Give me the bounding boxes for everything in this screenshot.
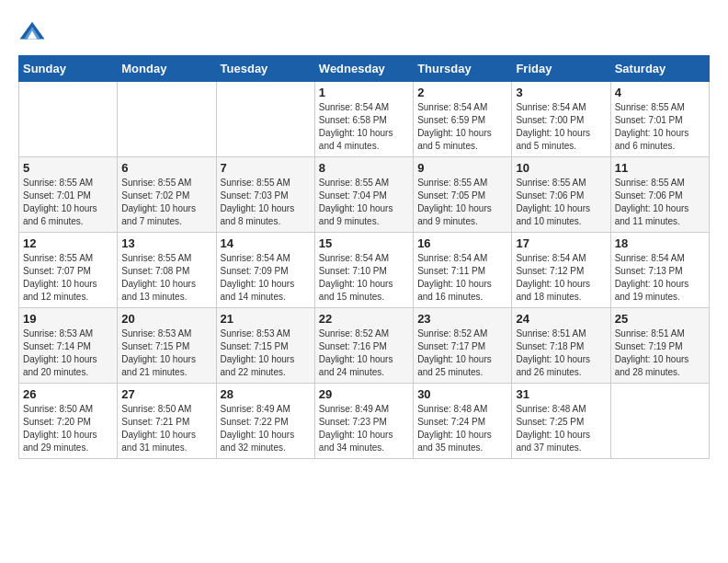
calendar-cell: 1Sunrise: 8:54 AM Sunset: 6:58 PM Daylig… [314,82,413,157]
day-info: Sunrise: 8:55 AM Sunset: 7:01 PM Dayligh… [23,177,113,228]
day-info: Sunrise: 8:55 AM Sunset: 7:08 PM Dayligh… [121,252,211,304]
calendar-week-5: 26Sunrise: 8:50 AM Sunset: 7:20 PM Dayli… [19,384,710,459]
logo [18,18,50,46]
calendar-cell: 6Sunrise: 8:55 AM Sunset: 7:02 PM Daylig… [118,157,216,233]
day-number: 26 [23,387,113,401]
day-info: Sunrise: 8:54 AM Sunset: 7:09 PM Dayligh… [221,252,311,304]
calendar-cell: 7Sunrise: 8:55 AM Sunset: 7:03 PM Daylig… [216,157,314,233]
day-info: Sunrise: 8:48 AM Sunset: 7:25 PM Dayligh… [516,403,606,454]
weekday-header-friday: Friday [512,56,610,82]
calendar-cell: 18Sunrise: 8:54 AM Sunset: 7:13 PM Dayli… [610,233,709,308]
day-number: 17 [516,236,606,250]
calendar-cell: 14Sunrise: 8:54 AM Sunset: 7:09 PM Dayli… [216,233,314,308]
day-number: 23 [417,312,507,326]
day-info: Sunrise: 8:54 AM Sunset: 6:59 PM Dayligh… [417,101,507,153]
day-info: Sunrise: 8:49 AM Sunset: 7:23 PM Dayligh… [319,403,409,454]
day-number: 25 [615,312,705,326]
calendar-cell: 23Sunrise: 8:52 AM Sunset: 7:17 PM Dayli… [414,308,512,384]
day-info: Sunrise: 8:55 AM Sunset: 7:02 PM Dayligh… [121,177,211,228]
day-number: 11 [615,161,705,175]
day-number: 2 [417,86,507,99]
day-number: 8 [319,161,409,175]
day-number: 30 [417,387,507,401]
day-number: 24 [516,312,606,326]
day-number: 4 [615,86,705,99]
day-info: Sunrise: 8:55 AM Sunset: 7:04 PM Dayligh… [319,177,409,228]
day-info: Sunrise: 8:52 AM Sunset: 7:16 PM Dayligh… [319,327,409,379]
day-number: 21 [221,312,311,326]
calendar-cell: 30Sunrise: 8:48 AM Sunset: 7:24 PM Dayli… [414,384,512,459]
day-number: 15 [319,236,409,250]
day-number: 5 [23,161,113,175]
calendar-cell: 9Sunrise: 8:55 AM Sunset: 7:05 PM Daylig… [414,157,512,233]
day-number: 31 [516,387,606,401]
day-info: Sunrise: 8:50 AM Sunset: 7:21 PM Dayligh… [121,403,211,454]
day-info: Sunrise: 8:55 AM Sunset: 7:01 PM Dayligh… [615,101,705,153]
day-info: Sunrise: 8:52 AM Sunset: 7:17 PM Dayligh… [417,327,507,379]
day-number: 9 [417,161,507,175]
day-number: 18 [615,236,705,250]
calendar-cell: 21Sunrise: 8:53 AM Sunset: 7:15 PM Dayli… [216,308,314,384]
day-info: Sunrise: 8:55 AM Sunset: 7:03 PM Dayligh… [221,177,311,228]
calendar-cell: 10Sunrise: 8:55 AM Sunset: 7:06 PM Dayli… [512,157,610,233]
day-info: Sunrise: 8:55 AM Sunset: 7:07 PM Dayligh… [23,252,113,304]
page-header [18,18,710,46]
calendar-cell: 19Sunrise: 8:53 AM Sunset: 7:14 PM Dayli… [19,308,118,384]
calendar-cell: 3Sunrise: 8:54 AM Sunset: 7:00 PM Daylig… [512,82,610,157]
day-number: 10 [516,161,606,175]
day-info: Sunrise: 8:54 AM Sunset: 7:00 PM Dayligh… [516,101,606,153]
day-number: 19 [23,312,113,326]
day-info: Sunrise: 8:55 AM Sunset: 7:06 PM Dayligh… [516,177,606,228]
calendar-cell [118,82,216,157]
day-number: 7 [221,161,311,175]
day-number: 14 [221,236,311,250]
day-number: 13 [121,236,211,250]
calendar-cell: 2Sunrise: 8:54 AM Sunset: 6:59 PM Daylig… [414,82,512,157]
day-info: Sunrise: 8:54 AM Sunset: 7:13 PM Dayligh… [615,252,705,304]
day-number: 1 [319,86,409,99]
day-number: 29 [319,387,409,401]
calendar-cell [610,384,709,459]
day-number: 28 [221,387,311,401]
calendar-cell [216,82,314,157]
day-info: Sunrise: 8:51 AM Sunset: 7:18 PM Dayligh… [516,327,606,379]
day-info: Sunrise: 8:53 AM Sunset: 7:14 PM Dayligh… [23,327,113,379]
calendar-cell: 11Sunrise: 8:55 AM Sunset: 7:06 PM Dayli… [610,157,709,233]
calendar-cell: 27Sunrise: 8:50 AM Sunset: 7:21 PM Dayli… [118,384,216,459]
calendar-cell: 20Sunrise: 8:53 AM Sunset: 7:15 PM Dayli… [118,308,216,384]
weekday-header-thursday: Thursday [414,56,512,82]
day-number: 3 [516,86,606,99]
calendar-week-3: 12Sunrise: 8:55 AM Sunset: 7:07 PM Dayli… [19,233,710,308]
day-info: Sunrise: 8:55 AM Sunset: 7:05 PM Dayligh… [417,177,507,228]
day-number: 22 [319,312,409,326]
calendar-cell [19,82,118,157]
calendar-cell: 16Sunrise: 8:54 AM Sunset: 7:11 PM Dayli… [414,233,512,308]
calendar-cell: 4Sunrise: 8:55 AM Sunset: 7:01 PM Daylig… [610,82,709,157]
calendar-cell: 5Sunrise: 8:55 AM Sunset: 7:01 PM Daylig… [19,157,118,233]
calendar-week-4: 19Sunrise: 8:53 AM Sunset: 7:14 PM Dayli… [19,308,710,384]
day-info: Sunrise: 8:49 AM Sunset: 7:22 PM Dayligh… [221,403,311,454]
calendar-week-1: 1Sunrise: 8:54 AM Sunset: 6:58 PM Daylig… [19,82,710,157]
day-info: Sunrise: 8:54 AM Sunset: 7:10 PM Dayligh… [319,252,409,304]
calendar-cell: 17Sunrise: 8:54 AM Sunset: 7:12 PM Dayli… [512,233,610,308]
calendar-cell: 28Sunrise: 8:49 AM Sunset: 7:22 PM Dayli… [216,384,314,459]
calendar-week-2: 5Sunrise: 8:55 AM Sunset: 7:01 PM Daylig… [19,157,710,233]
day-info: Sunrise: 8:51 AM Sunset: 7:19 PM Dayligh… [615,327,705,379]
calendar-cell: 26Sunrise: 8:50 AM Sunset: 7:20 PM Dayli… [19,384,118,459]
day-number: 27 [121,387,211,401]
day-number: 16 [417,236,507,250]
calendar-cell: 24Sunrise: 8:51 AM Sunset: 7:18 PM Dayli… [512,308,610,384]
day-number: 20 [121,312,211,326]
day-info: Sunrise: 8:55 AM Sunset: 7:06 PM Dayligh… [615,177,705,228]
calendar-cell: 31Sunrise: 8:48 AM Sunset: 7:25 PM Dayli… [512,384,610,459]
weekday-header-tuesday: Tuesday [216,56,314,82]
day-info: Sunrise: 8:54 AM Sunset: 6:58 PM Dayligh… [319,101,409,153]
calendar-cell: 15Sunrise: 8:54 AM Sunset: 7:10 PM Dayli… [314,233,413,308]
day-info: Sunrise: 8:48 AM Sunset: 7:24 PM Dayligh… [417,403,507,454]
calendar-header: SundayMondayTuesdayWednesdayThursdayFrid… [19,56,710,82]
day-info: Sunrise: 8:53 AM Sunset: 7:15 PM Dayligh… [221,327,311,379]
day-info: Sunrise: 8:54 AM Sunset: 7:12 PM Dayligh… [516,252,606,304]
weekday-header-monday: Monday [118,56,216,82]
calendar: SundayMondayTuesdayWednesdayThursdayFrid… [18,55,710,459]
calendar-cell: 22Sunrise: 8:52 AM Sunset: 7:16 PM Dayli… [314,308,413,384]
